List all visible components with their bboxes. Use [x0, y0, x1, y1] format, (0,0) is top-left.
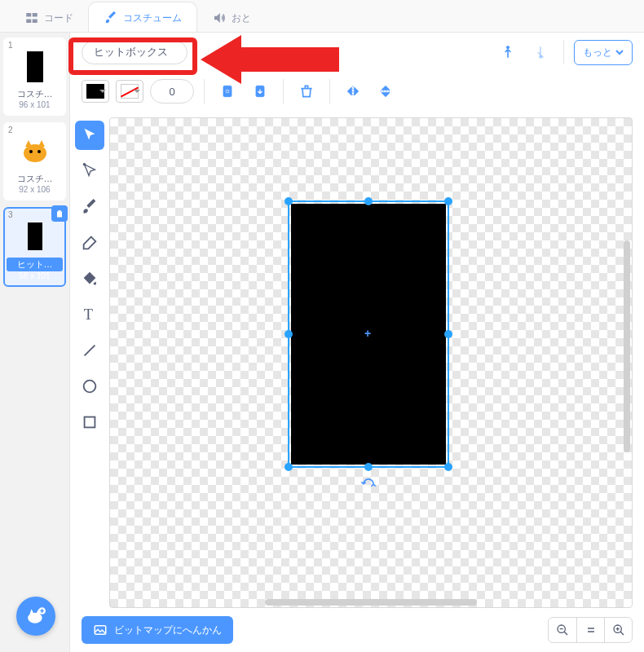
svg-point-1	[29, 150, 33, 153]
line-tool[interactable]	[75, 336, 104, 365]
group-button[interactable]	[495, 39, 521, 65]
tab-code-label: コード	[44, 11, 73, 25]
delete-thumb-button[interactable]	[51, 205, 68, 222]
svg-text:T: T	[84, 306, 93, 323]
svg-rect-17	[85, 417, 95, 428]
rotation-handle[interactable]	[361, 478, 376, 490]
separator	[283, 79, 284, 104]
canvas-scrollbar-horizontal[interactable]	[265, 599, 477, 606]
convert-label: ビットマップにへんかん	[114, 623, 222, 637]
paint-editor: もっと T	[70, 33, 644, 652]
workspace: T +	[70, 111, 644, 608]
resize-handle-sw[interactable]	[285, 463, 293, 471]
brush-tool[interactable]	[75, 192, 104, 222]
editor-top-row-2	[70, 72, 644, 111]
eraser-tool[interactable]	[75, 228, 104, 258]
thumb-dim: 92 x 106	[7, 185, 63, 194]
svg-point-16	[84, 381, 96, 393]
thumb-label: コスチ…	[7, 88, 63, 100]
zoom-in-button[interactable]	[604, 618, 632, 642]
svg-point-2	[37, 150, 41, 153]
costume-thumb-1[interactable]: 1 コスチ… 96 x 101	[3, 37, 66, 116]
resize-handle-nw[interactable]	[285, 197, 293, 205]
resize-handle-n[interactable]	[364, 197, 373, 205]
resize-handle-ne[interactable]	[444, 197, 452, 205]
resize-handle-se[interactable]	[444, 463, 452, 471]
fill-color-picker[interactable]	[82, 80, 109, 103]
thumb-preview	[16, 132, 54, 171]
zoom-controls	[548, 617, 633, 643]
zoom-out-button[interactable]	[549, 618, 576, 642]
tab-sounds[interactable]: おと	[197, 2, 266, 32]
thumb-label: ヒット…	[7, 258, 63, 271]
flip-horizontal-button[interactable]	[340, 78, 366, 104]
more-button[interactable]: もっと	[574, 40, 633, 65]
copy-button[interactable]	[214, 78, 240, 104]
convert-to-bitmap-button[interactable]: ビットマップにへんかん	[82, 616, 233, 644]
svg-point-13	[83, 163, 86, 166]
zoom-out-icon	[556, 623, 569, 637]
costume-name-input[interactable]	[82, 41, 187, 64]
tab-bar: コード コスチューム おと	[0, 0, 644, 33]
outline-color-picker[interactable]	[116, 80, 143, 103]
code-icon	[24, 11, 39, 25]
cat-icon	[19, 135, 51, 168]
brush-icon	[104, 11, 118, 25]
thumb-preview	[16, 47, 54, 86]
editor-bottom-bar: ビットマップにへんかん	[70, 608, 644, 652]
tab-costumes-label: コスチューム	[123, 11, 182, 25]
resize-handle-w[interactable]	[285, 330, 293, 338]
flip-vertical-button[interactable]	[373, 78, 399, 104]
separator	[329, 79, 330, 104]
tab-costumes[interactable]: コスチューム	[88, 2, 197, 32]
svg-point-0	[24, 144, 46, 162]
thumb-dim: 58 x 101	[7, 271, 63, 280]
outline-width-input[interactable]	[150, 79, 194, 104]
thumb-dim: 96 x 101	[7, 100, 63, 109]
paste-button[interactable]	[247, 78, 273, 104]
svg-point-6	[506, 46, 509, 49]
equals-icon	[584, 623, 598, 637]
fill-tool[interactable]	[75, 264, 104, 293]
resize-handle-e[interactable]	[444, 330, 452, 338]
svg-point-7	[539, 55, 541, 58]
add-costume-button[interactable]	[16, 597, 55, 636]
costume-list: 1 コスチ… 96 x 101 2 コスチ… 92 x 106 3 ヒット… 5…	[0, 33, 70, 652]
select-tool[interactable]	[75, 121, 104, 150]
image-icon	[93, 623, 108, 637]
separator	[563, 40, 564, 64]
cat-plus-icon	[25, 606, 46, 627]
zoom-reset-button[interactable]	[576, 618, 604, 642]
rect-tool[interactable]	[75, 408, 104, 437]
separator	[204, 79, 205, 104]
tab-code[interactable]: コード	[10, 2, 88, 32]
costume-thumb-3[interactable]: 3 ヒット… 58 x 101	[3, 207, 66, 287]
thumb-preview	[16, 217, 54, 256]
delete-button[interactable]	[293, 78, 320, 104]
svg-line-20	[564, 632, 567, 635]
thumb-index: 3	[8, 210, 13, 219]
more-label: もっと	[583, 46, 612, 59]
reshape-tool[interactable]	[75, 156, 104, 186]
thumb-index: 1	[8, 41, 13, 50]
costume-thumb-2[interactable]: 2 コスチ… 92 x 106	[3, 122, 66, 200]
sound-icon	[212, 11, 227, 25]
canvas[interactable]: +	[109, 117, 633, 608]
thumb-label: コスチ…	[7, 173, 63, 185]
canvas-scrollbar-vertical[interactable]	[624, 240, 630, 452]
oval-tool[interactable]	[75, 372, 104, 401]
editor-top-row-1: もっと	[70, 33, 644, 72]
ungroup-button[interactable]	[527, 39, 554, 65]
resize-handle-s[interactable]	[364, 463, 373, 471]
chevron-down-icon	[615, 48, 624, 56]
tool-palette: T	[70, 111, 109, 608]
center-crosshair: +	[364, 327, 371, 340]
svg-line-25	[620, 632, 624, 635]
text-tool[interactable]: T	[75, 300, 104, 329]
zoom-in-icon	[612, 623, 625, 637]
svg-line-15	[85, 346, 95, 356]
tab-sounds-label: おと	[232, 11, 251, 25]
thumb-index: 2	[8, 126, 13, 134]
